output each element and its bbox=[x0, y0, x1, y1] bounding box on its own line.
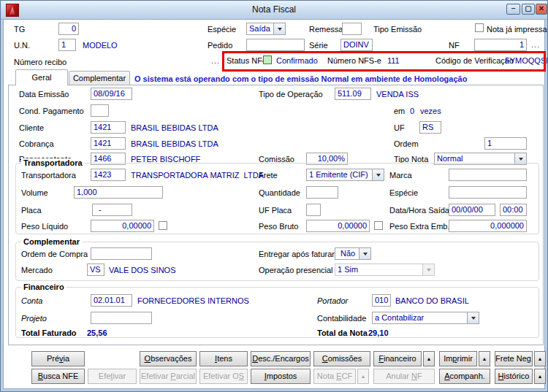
chevron-down-icon bbox=[467, 312, 479, 323]
financeiro-menu-button[interactable]: ▲ bbox=[423, 351, 435, 366]
conta-field[interactable]: 02.01.01 bbox=[91, 294, 132, 307]
pedido-label: Pedido bbox=[208, 41, 232, 50]
tipo-operacao-desc: VENDA ISS bbox=[376, 90, 419, 99]
numero-nfse-label: Número NFS-e bbox=[327, 56, 381, 66]
tab-geral[interactable]: Geral bbox=[15, 69, 68, 85]
historico-button[interactable]: Histórico bbox=[495, 369, 533, 384]
nota-ecf-menu-button[interactable]: ▲ bbox=[357, 369, 369, 384]
hora-saida-field[interactable]: 00:00 bbox=[500, 204, 527, 216]
ordem-field[interactable]: 1 bbox=[484, 137, 527, 150]
tipo-operacao-field[interactable]: 511.09 bbox=[335, 88, 371, 100]
portador-field[interactable]: 010 bbox=[372, 294, 391, 307]
volume-label: Volume bbox=[21, 188, 48, 198]
minimize-button[interactable]: – bbox=[506, 4, 520, 15]
nota-fiscal-window: Nota Fiscal – ▢ ✕ TG 0 U.N. 1 MODELO Núm… bbox=[0, 0, 548, 392]
total-da-nota-value: 29,10 bbox=[368, 328, 389, 338]
especie-value: Saída bbox=[247, 23, 273, 34]
transportadora-group-title: Transportadora bbox=[21, 158, 85, 168]
cobranca-label: Cobrança bbox=[19, 139, 54, 149]
mercado-field[interactable]: VS bbox=[87, 264, 104, 276]
tipo-operacao-label: Tipo de Operação bbox=[259, 90, 323, 99]
observacoes-button[interactable]: Observações bbox=[140, 351, 197, 366]
entregar-apos-dropdown[interactable]: Não bbox=[335, 247, 371, 260]
serie-field[interactable]: DOINV bbox=[340, 39, 373, 51]
ordem-compra-field[interactable] bbox=[91, 247, 152, 260]
operacao-presencial-value: 1 Sim bbox=[335, 264, 422, 275]
un-field[interactable]: 1 bbox=[58, 39, 76, 51]
entregar-apos-value: Não bbox=[335, 248, 359, 259]
especie-emb-label: Espécie bbox=[389, 188, 418, 198]
peso-bruto-label: Peso Bruto bbox=[259, 222, 298, 231]
financeiro-button[interactable]: Financeiro bbox=[373, 351, 422, 366]
desc-encargos-button[interactable]: Desc./Encargos bbox=[251, 351, 311, 366]
comissoes-button[interactable]: Comissões bbox=[313, 351, 370, 366]
complementar-group-title: Complementar bbox=[21, 237, 82, 247]
impostos-button[interactable]: Impostos bbox=[251, 369, 311, 384]
nf-more-link[interactable]: ... bbox=[531, 40, 540, 50]
close-button[interactable]: ✕ bbox=[536, 4, 547, 15]
maximize-icon: ▢ bbox=[525, 4, 531, 12]
nota-ja-impressa-label: Nota já impressa bbox=[487, 25, 547, 34]
frete-dropdown[interactable]: 1 Emitente (CIF) bbox=[306, 169, 384, 181]
nota-ja-impressa-checkbox[interactable] bbox=[475, 23, 484, 32]
cobranca-field[interactable]: 1421 bbox=[91, 137, 126, 150]
tab-complementar[interactable]: Complementar bbox=[69, 71, 130, 85]
projeto-field[interactable] bbox=[91, 312, 152, 324]
maximize-button[interactable]: ▢ bbox=[522, 4, 535, 15]
previa-button[interactable]: Prévia bbox=[31, 351, 85, 366]
numero-recibo-more-link[interactable]: ... bbox=[211, 56, 220, 66]
acompanh-button[interactable]: Acompanh. bbox=[439, 369, 490, 384]
data-emissao-label: Data Emissão bbox=[19, 90, 69, 99]
efetivar-os-button[interactable]: Efetivar OS bbox=[199, 369, 248, 384]
codigo-verificacao-value: FYMOQQSF bbox=[505, 56, 548, 66]
itens-button[interactable]: Itens bbox=[199, 351, 248, 366]
conta-label: Conta bbox=[21, 296, 42, 306]
frete-neg-button[interactable]: Frete Neg. bbox=[495, 351, 533, 366]
especie-emb-field[interactable] bbox=[449, 186, 527, 199]
uf-placa-field[interactable] bbox=[306, 204, 321, 216]
especie-dropdown[interactable]: Saída bbox=[246, 23, 286, 35]
pedido-field[interactable] bbox=[246, 39, 305, 51]
ordem-label: Ordem bbox=[394, 139, 419, 149]
imprimir-menu-button[interactable]: ▲ bbox=[479, 351, 490, 366]
nota-ecf-button[interactable]: Nota ECF bbox=[313, 369, 356, 384]
data-saida-field[interactable]: 00/00/00 bbox=[449, 204, 495, 216]
cliente-field[interactable]: 1421 bbox=[91, 121, 126, 134]
chevron-down-icon bbox=[359, 248, 370, 259]
quantidade-field[interactable] bbox=[306, 186, 338, 199]
nf-field[interactable]: 1 bbox=[474, 39, 527, 51]
volume-field[interactable]: 1,000 bbox=[74, 186, 163, 199]
transportadora-field[interactable]: 1423 bbox=[91, 169, 126, 181]
conta-desc: FORNECEDORES INTERNOS bbox=[137, 296, 249, 306]
peso-bruto-field[interactable]: 0,00000 bbox=[306, 220, 370, 232]
peso-liquido-field[interactable]: 0,00000 bbox=[91, 220, 154, 232]
busca-nfe-button[interactable]: Busca NFE bbox=[31, 369, 85, 384]
data-emissao-field[interactable]: 08/09/16 bbox=[91, 88, 132, 100]
frete-label: Frete bbox=[259, 171, 278, 180]
imprimir-button[interactable]: Imprimir bbox=[439, 351, 477, 366]
un-desc: MODELO bbox=[83, 41, 118, 50]
peso-extra-label: Peso Extra Emb. bbox=[389, 222, 450, 231]
historico-menu-button[interactable]: ▲ bbox=[534, 369, 546, 384]
placa-field[interactable]: - bbox=[92, 204, 132, 216]
contabilidade-dropdown[interactable]: a Contabilizar bbox=[372, 312, 479, 324]
anular-nf-button[interactable]: Anular NF bbox=[373, 369, 435, 384]
marca-field[interactable] bbox=[449, 169, 527, 181]
efetivar-parcial-button[interactable]: Efetivar Parcial bbox=[140, 369, 197, 384]
mercado-desc: VALE DOS SINOS bbox=[109, 266, 176, 275]
cond-pagamento-label: Cond. Pagamento bbox=[19, 107, 84, 116]
quantidade-label: Quantidade bbox=[259, 188, 300, 198]
titlebar: Nota Fiscal – ▢ ✕ bbox=[1, 1, 547, 20]
efetivar-button[interactable]: Efetivar bbox=[88, 369, 137, 384]
uf-placa-label: UF Placa bbox=[259, 206, 292, 215]
peso-extra-field[interactable]: 0,000000 bbox=[449, 220, 527, 232]
peso-liquido-label: Peso Líquido bbox=[21, 222, 68, 231]
minimize-icon: – bbox=[511, 4, 516, 12]
uf-field[interactable]: RS bbox=[419, 121, 441, 134]
remessa-field[interactable] bbox=[342, 23, 362, 35]
tg-field[interactable]: 0 bbox=[58, 23, 79, 35]
cond-pagamento-field[interactable] bbox=[91, 104, 109, 117]
peso-bruto-checkbox[interactable] bbox=[374, 221, 383, 230]
peso-liquido-checkbox[interactable] bbox=[159, 221, 167, 230]
frete-neg-menu-button[interactable]: ▲ bbox=[534, 351, 546, 366]
